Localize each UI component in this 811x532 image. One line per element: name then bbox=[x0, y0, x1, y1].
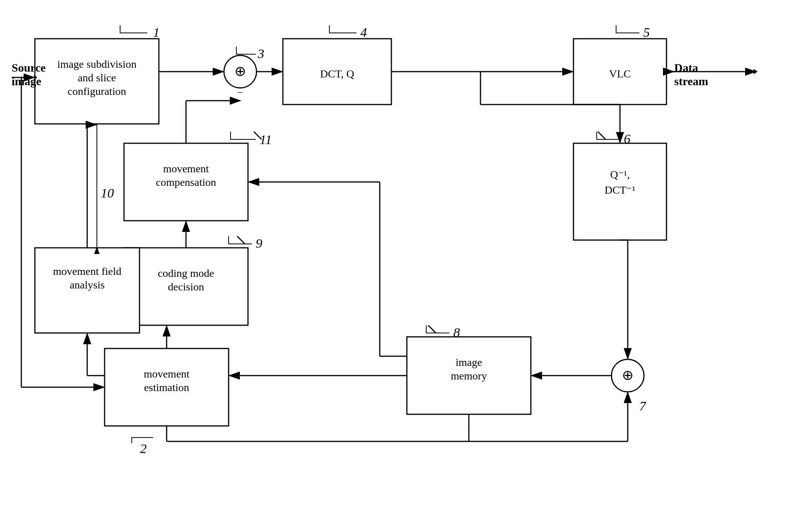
svg-text:−: − bbox=[237, 86, 243, 98]
svg-text:configuration: configuration bbox=[68, 85, 126, 97]
svg-text:coding mode: coding mode bbox=[158, 267, 214, 279]
svg-text:and slice: and slice bbox=[78, 72, 116, 84]
diagram-container: image subdivision and slice configuratio… bbox=[0, 0, 811, 532]
svg-text:⊕: ⊕ bbox=[622, 367, 634, 383]
source-image-label2: image bbox=[12, 75, 41, 88]
label-1: 1 bbox=[153, 25, 160, 39]
svg-text:movement field: movement field bbox=[53, 265, 122, 277]
svg-text:⊕: ⊕ bbox=[234, 63, 246, 79]
label-4: 4 bbox=[360, 25, 367, 39]
svg-text:estimation: estimation bbox=[144, 381, 189, 393]
label-9: 9 bbox=[256, 236, 262, 251]
label-11: 11 bbox=[260, 132, 272, 147]
svg-text:movement: movement bbox=[144, 368, 189, 380]
label-2: 2 bbox=[140, 441, 147, 456]
svg-text:memory: memory bbox=[451, 370, 487, 382]
svg-text:movement: movement bbox=[163, 163, 209, 175]
svg-text:VLC: VLC bbox=[609, 68, 631, 80]
label-5: 5 bbox=[643, 25, 650, 39]
svg-text:image subdivision: image subdivision bbox=[57, 58, 137, 70]
svg-text:DCT⁻¹: DCT⁻¹ bbox=[604, 184, 635, 196]
svg-text:analysis: analysis bbox=[70, 279, 105, 291]
data-stream-label2: stream bbox=[674, 75, 708, 88]
source-image-label: Source bbox=[12, 61, 46, 74]
label-6: 6 bbox=[624, 132, 630, 146]
svg-text:decision: decision bbox=[168, 281, 204, 293]
label-3: 3 bbox=[257, 46, 264, 61]
label-7: 7 bbox=[639, 399, 647, 413]
label-10: 10 bbox=[101, 186, 114, 200]
svg-text:DCT, Q: DCT, Q bbox=[320, 68, 354, 80]
svg-text:compensation: compensation bbox=[156, 176, 216, 188]
label-8: 8 bbox=[453, 325, 460, 340]
svg-text:image: image bbox=[456, 356, 482, 368]
svg-text:Q⁻¹,: Q⁻¹, bbox=[610, 168, 630, 180]
